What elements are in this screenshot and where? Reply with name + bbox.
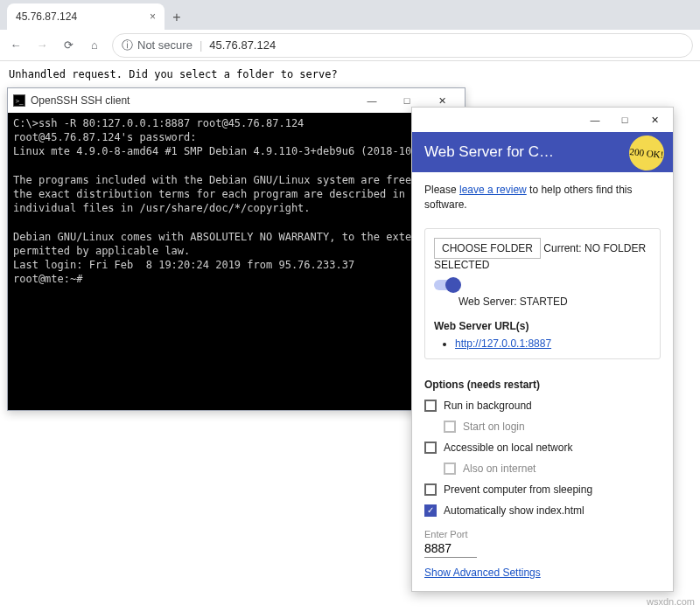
app-title: Web Server for C…: [424, 143, 554, 161]
info-icon: ⓘ: [122, 38, 133, 53]
show-advanced-link[interactable]: Show Advanced Settings: [424, 567, 541, 579]
tab-title: 45.76.87.124: [16, 10, 77, 23]
checkbox-icon[interactable]: [424, 483, 437, 496]
app-header: Web Server for C… 200 OK!: [412, 132, 673, 172]
ok-badge-icon: 200 OK!: [627, 134, 666, 172]
security-label: Not secure: [137, 38, 192, 52]
choose-folder-button[interactable]: CHOOSE FOLDER: [434, 238, 541, 259]
checkbox-icon[interactable]: ✓: [424, 504, 437, 517]
toggle-knob: [445, 277, 461, 293]
app-minimize-button[interactable]: —: [580, 110, 610, 129]
server-url-link[interactable]: http://127.0.0.1:8887: [455, 337, 551, 350]
opt-run-background[interactable]: Run in background: [424, 400, 661, 412]
checkbox-icon[interactable]: [424, 400, 437, 412]
opt-label: Also on internet: [463, 462, 536, 475]
server-toggle[interactable]: [434, 280, 460, 290]
home-button[interactable]: ⌂: [86, 37, 103, 54]
port-input[interactable]: [424, 539, 477, 558]
opt-label: Run in background: [444, 400, 532, 412]
page-content: Unhandled request. Did you select a fold…: [0, 61, 700, 87]
opt-start-login[interactable]: Start on login: [444, 421, 661, 433]
checkbox-icon[interactable]: [444, 462, 456, 475]
ssh-window-title: OpenSSH SSH client: [31, 94, 130, 107]
urls-heading: Web Server URL(s): [434, 320, 651, 332]
new-tab-button[interactable]: +: [164, 5, 189, 30]
checkbox-icon[interactable]: [444, 421, 456, 433]
opt-local-network[interactable]: Accessible on local network: [424, 442, 661, 454]
checkbox-icon[interactable]: [424, 442, 437, 454]
browser-tab[interactable]: 45.76.87.124 ×: [7, 3, 164, 30]
reload-button[interactable]: ⟳: [60, 37, 77, 54]
terminal-icon: >_: [13, 94, 25, 107]
port-label: Enter Port: [424, 529, 661, 539]
current-folder-prefix: Current:: [543, 242, 584, 254]
app-maximize-button[interactable]: □: [610, 110, 640, 129]
opt-prevent-sleep[interactable]: Prevent computer from sleeping: [424, 483, 661, 496]
opt-also-internet[interactable]: Also on internet: [444, 462, 661, 475]
review-prompt: Please leave a review to help others fin…: [424, 183, 661, 212]
app-close-button[interactable]: ✕: [640, 110, 669, 129]
urls-list: http://127.0.0.1:8887: [455, 337, 651, 350]
ssh-titlebar[interactable]: >_ OpenSSH SSH client — □ ✕: [8, 88, 465, 113]
browser-toolbar: ← → ⟳ ⌂ ⓘ Not secure | 45.76.87.124: [0, 30, 700, 61]
leave-review-link[interactable]: leave a review: [459, 184, 527, 196]
folder-section: CHOOSE FOLDER Current: NO FOLDER SELECTE…: [424, 228, 661, 359]
minimize-button[interactable]: —: [354, 90, 389, 111]
back-button[interactable]: ←: [7, 37, 24, 54]
terminal-output[interactable]: C:\>ssh -R 80:127.0.0.1:8887 root@45.76.…: [8, 113, 465, 410]
opt-label: Automatically show index.html: [444, 504, 584, 517]
url-text: 45.76.87.124: [209, 38, 276, 52]
security-indicator[interactable]: ⓘ Not secure: [122, 38, 192, 53]
review-prefix: Please: [424, 184, 459, 196]
opt-label: Prevent computer from sleeping: [444, 483, 592, 496]
browser-tab-strip: 45.76.87.124 × +: [0, 0, 700, 30]
opt-label: Start on login: [463, 421, 525, 433]
server-status: Web Server: STARTED: [458, 296, 651, 308]
address-bar[interactable]: ⓘ Not secure | 45.76.87.124: [112, 33, 693, 58]
watermark: wsxdn.com: [647, 596, 695, 607]
close-tab-icon[interactable]: ×: [150, 10, 156, 23]
url-separator: |: [200, 38, 202, 52]
list-item: http://127.0.0.1:8887: [455, 337, 651, 350]
ssh-window: >_ OpenSSH SSH client — □ ✕ C:\>ssh -R 8…: [7, 87, 466, 411]
opt-auto-index[interactable]: ✓Automatically show index.html: [424, 504, 661, 517]
options-heading: Options (needs restart): [424, 379, 661, 391]
app-titlebar[interactable]: — □ ✕: [412, 108, 673, 132]
opt-label: Accessible on local network: [444, 442, 572, 454]
webserver-app-window: — □ ✕ Web Server for C… 200 OK! Please l…: [411, 107, 674, 592]
forward-button[interactable]: →: [33, 37, 51, 54]
